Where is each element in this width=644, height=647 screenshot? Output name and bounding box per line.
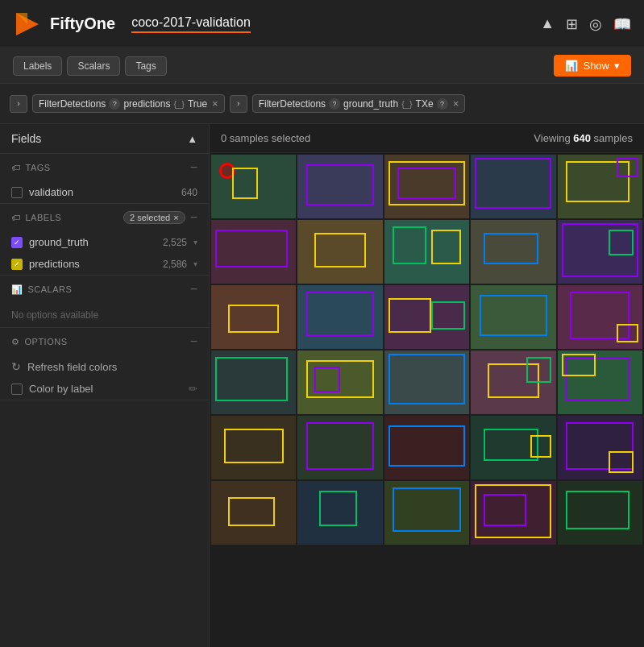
validation-checkbox[interactable] <box>11 187 23 198</box>
grid-cell[interactable] <box>558 350 642 414</box>
color-by-label-checkbox[interactable] <box>11 384 23 395</box>
filter-braces-1: {_} <box>173 99 184 109</box>
grid-cell[interactable] <box>384 285 469 349</box>
grid-cell[interactable] <box>384 350 469 414</box>
refresh-icon: ↻ <box>11 360 21 373</box>
grid-cell[interactable] <box>297 481 382 545</box>
options-collapse-btn[interactable]: − <box>190 334 197 349</box>
filter-close-1[interactable]: × <box>212 97 218 110</box>
filter-close-2[interactable]: × <box>453 97 459 110</box>
app-header: FiftyOne coco-2017-validation ▲ ⊞ ◎ 📖 <box>0 0 644 48</box>
selected-info: 0 samples selected <box>221 132 310 144</box>
grid-cell[interactable] <box>471 285 555 349</box>
grid-icon[interactable]: ⊞ <box>566 15 578 33</box>
toolbar: Labels Scalars Tags 📊 Show ▾ <box>0 48 644 84</box>
filter-info-1[interactable]: ? <box>109 98 120 110</box>
header-icons: ▲ ⊞ ◎ 📖 <box>540 15 631 33</box>
labels-selected-badge[interactable]: 2 selected × <box>123 211 185 224</box>
tag-icon: 🏷 <box>11 163 21 172</box>
filter-bar: › FilterDetections ? predictions {_} Tru… <box>0 84 644 124</box>
grid-cell[interactable] <box>471 416 555 479</box>
grid-cell[interactable] <box>297 416 382 479</box>
grid-cell[interactable] <box>558 481 642 545</box>
ground-truth-checkbox[interactable]: ✓ <box>11 237 23 248</box>
scalars-collapse-btn[interactable]: − <box>190 282 197 297</box>
predictions-checkbox[interactable]: ✓ <box>11 259 23 270</box>
filter-value-2: TXe <box>416 98 434 110</box>
grid-cell[interactable] <box>384 481 469 545</box>
selected-info-text: 0 samples selected <box>221 132 310 144</box>
color-by-label-row[interactable]: Color by label ✏ <box>0 378 209 400</box>
grid-cell[interactable] <box>558 155 642 218</box>
filter-value-1: True <box>188 98 207 110</box>
content-header: 0 samples selected Viewing 640 samples <box>210 124 644 153</box>
logo-icon <box>13 10 42 39</box>
show-button[interactable]: 📊 Show ▾ <box>554 55 631 77</box>
dataset-name[interactable]: coco-2017-validation <box>131 15 251 33</box>
labels-section: 🏷 LABELS 2 selected × − ✓ ground_truth 2… <box>0 204 209 276</box>
tag-row-validation: validation 640 <box>0 181 209 203</box>
refresh-field-colors-row[interactable]: ↻ Refresh field colors <box>0 355 209 378</box>
grid-cell[interactable] <box>471 220 555 284</box>
options-section-header: ⚙ OPTIONS − <box>0 328 209 355</box>
grid-cell[interactable] <box>471 155 555 218</box>
badge-close-icon[interactable]: × <box>173 213 178 222</box>
signal-icon: ▲ <box>540 15 555 32</box>
ground-truth-count: 2,525 <box>163 237 187 248</box>
grid-cell[interactable] <box>558 285 642 349</box>
chart-icon: 📊 <box>565 60 578 72</box>
grid-cell[interactable] <box>211 416 296 479</box>
grid-cell[interactable] <box>211 220 296 284</box>
label-row-predictions: ✓ predictions 2,586 ▾ <box>0 253 209 275</box>
scalars-section: 📊 SCALARS − No options available <box>0 276 209 328</box>
grid-cell[interactable] <box>211 285 296 349</box>
tags-button[interactable]: Tags <box>125 56 166 76</box>
validation-count: 640 <box>181 187 197 198</box>
filter-info-3[interactable]: ? <box>437 98 448 110</box>
viewing-label: Viewing <box>534 132 570 144</box>
options-section: ⚙ OPTIONS − ↻ Refresh field colors Color… <box>0 328 209 400</box>
grid-cell[interactable] <box>297 285 382 349</box>
sidebar: Fields ▲ 🏷 TAGS − validation 640 🏷 <box>0 124 210 647</box>
filter-expand-2[interactable]: › <box>230 95 247 113</box>
grid-cell[interactable] <box>211 481 296 545</box>
grid-cell[interactable] <box>211 350 296 414</box>
grid-cell[interactable] <box>558 220 642 284</box>
scalars-icon: 📊 <box>11 284 23 295</box>
labels-collapse-btn[interactable]: − <box>190 210 197 225</box>
gear-icon: ⚙ <box>11 337 20 347</box>
ground-truth-arrow[interactable]: ▾ <box>193 238 197 247</box>
app-name: FiftyOne <box>50 15 115 33</box>
grid-cell[interactable] <box>471 481 555 545</box>
check-mark: ✓ <box>14 238 20 247</box>
grid-cell[interactable] <box>558 416 642 479</box>
labels-badge-text: 2 selected <box>130 213 170 222</box>
predictions-arrow[interactable]: ▾ <box>193 259 197 268</box>
grid-cell[interactable] <box>297 155 382 218</box>
grid-cell[interactable] <box>384 155 469 218</box>
toolbar-left: Labels Scalars Tags <box>13 56 167 76</box>
grid-cell[interactable] <box>384 416 469 479</box>
github-icon[interactable]: ◎ <box>589 15 602 33</box>
fields-header[interactable]: Fields ▲ <box>0 124 209 154</box>
labels-section-header: 🏷 LABELS 2 selected × − <box>0 204 209 231</box>
grid-cell[interactable] <box>211 155 296 218</box>
filter-field-1: predictions <box>123 98 170 110</box>
grid-cell[interactable] <box>384 220 469 284</box>
grid-cell[interactable] <box>471 350 555 414</box>
filter-info-2[interactable]: ? <box>329 98 340 110</box>
filter-expand-1[interactable]: › <box>10 95 27 113</box>
scalars-button[interactable]: Scalars <box>67 56 120 76</box>
labels-button[interactable]: Labels <box>13 56 62 76</box>
tags-section: 🏷 TAGS − validation 640 <box>0 154 209 204</box>
book-icon[interactable]: 📖 <box>613 15 631 33</box>
scalars-section-header: 📊 SCALARS − <box>0 276 209 303</box>
viewing-suffix: samples <box>594 132 633 144</box>
edit-icon[interactable]: ✏ <box>189 383 197 395</box>
viewing-count: 640 <box>573 132 591 144</box>
tags-collapse-btn[interactable]: − <box>190 160 197 175</box>
grid-cell[interactable] <box>297 350 382 414</box>
options-title: ⚙ OPTIONS <box>11 337 68 347</box>
logo: FiftyOne <box>13 10 115 39</box>
grid-cell[interactable] <box>297 220 382 284</box>
